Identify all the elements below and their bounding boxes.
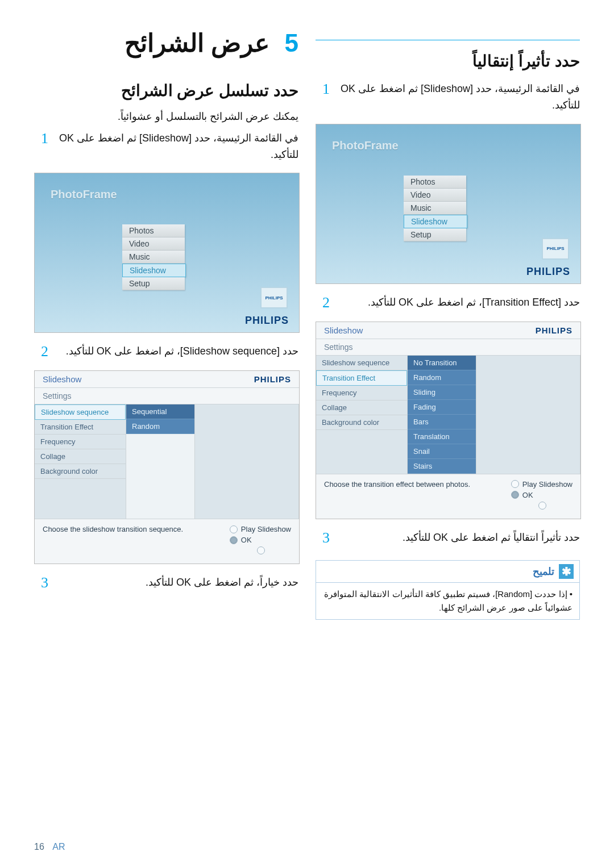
ss-cell-b-selected: Sequential [126,404,194,419]
divider [316,40,580,40]
ss-cell-b: Random [126,419,194,434]
step-number: 3 [41,574,55,591]
philips-brand: PHILIPS [526,266,570,278]
ss-col-a: Slideshow sequence Transition Effect Fre… [35,404,126,519]
pf-item-selected: Slideshow [404,215,467,228]
ss-subtitle: Settings [316,339,580,356]
ss-header: Slideshow PHILIPS [316,322,580,339]
pf-item: Music [404,202,466,215]
step-number: 2 [322,294,336,311]
philips-brand: PHILIPS [254,374,291,384]
ss-ok-row: OK [511,491,572,499]
ss-title: Slideshow [324,326,363,335]
photoframe-screenshot: PhotoFrame Photos Video Music Slideshow … [316,124,581,284]
pf-item-selected: Slideshow [122,264,186,277]
step-1: 1 في القائمة الرئيسية، حدد [Slideshow] ث… [34,130,298,163]
ss-play-row: Play Slideshow [511,480,572,489]
ss-cell: Frequency [316,386,407,400]
ss-play-row: Play Slideshow [230,525,291,533]
ss-cell-b: Translation [408,429,476,444]
chapter-title: 5 عرض الشرائح [34,28,298,59]
ss-header: Slideshow PHILIPS [35,371,299,388]
step-text: حدد [Transition Effect]، ثم اضغط على OK … [336,294,580,311]
step-number: 2 [41,343,55,360]
pf-menu: Photos Video Music Slideshow Setup [122,224,186,290]
pf-item: Setup [404,228,466,241]
ss-cell-b: Sliding [408,385,476,400]
ss-cell-b-selected: No Transition [408,356,476,370]
pf-item: Photos [404,176,466,189]
ss-col-a: Slideshow sequence Transition Effect Fre… [316,356,408,474]
step-text: في القائمة الرئيسية، حدد [Slideshow] ثم … [55,130,298,163]
ss-cell: Frequency [35,435,126,449]
tip-title: تلميح [533,565,554,578]
ss-footer: Choose the slideshow transition sequence… [35,519,299,564]
philips-brand: PHILIPS [245,315,289,327]
ss-ok-row: OK [230,536,291,544]
step-r2: 2 حدد [Transition Effect]، ثم اضغط على O… [316,294,580,311]
ss-cell: Background color [35,464,126,479]
ss-cell-b: Random [408,370,476,385]
ss-title: Slideshow [43,374,81,384]
pf-menu: Photos Video Music Slideshow Setup [404,176,467,241]
ss-cell-b: Bars [408,415,476,429]
pf-item: Video [122,237,185,251]
ss-cell-b: Snail [408,444,476,459]
chapter-number: 5 [285,29,298,57]
pf-item: Music [122,251,185,264]
photoframe-screenshot: PhotoFrame Photos Video Music Slideshow … [34,173,300,333]
lang-label: AR [52,842,65,852]
pf-item: Setup [122,277,185,290]
ss-col-b: No Transition Random Sliding Fading Bars… [408,356,476,474]
step-2: 2 حدد [Slideshow sequence]، ثم اضغط على … [34,343,298,360]
tip-box: ✱ تلميح إذا حددت [Random]، فسيتم تطبيق ك… [316,560,580,620]
page-number: 16 [34,842,44,852]
step-text: حدد تأثيراً انتقالياً ثم اضغط على OK للت… [336,529,580,546]
section-heading-sequence: حدد تسلسل عرض الشرائح [34,81,298,100]
step-number: 1 [322,81,336,98]
page-footer: 16 AR [34,842,65,852]
pf-title: PhotoFrame [332,139,399,152]
ss-cell: Transition Effect [35,420,126,435]
ss-cell: Collage [35,449,126,464]
ss-footer: Choose the transition effect between pho… [316,474,580,519]
asterisk-icon: ✱ [559,564,574,579]
ss-subtitle: Settings [35,388,299,404]
ss-cell-b: Fading [408,400,476,415]
step-number: 1 [41,130,55,147]
step-r3: 3 حدد تأثيراً انتقالياً ثم اضغط على OK ل… [316,529,580,546]
slideshow-seq-screenshot: Slideshow PHILIPS Settings Slideshow seq… [34,370,300,564]
ss-foot-text: Choose the slideshow transition sequence… [43,525,183,533]
ss-cell: Background color [316,415,407,430]
ss-cell: Collage [316,400,407,415]
ss-foot-text: Choose the transition effect between pho… [324,480,470,489]
slideshow-effect-screenshot: Slideshow PHILIPS Settings Slideshow seq… [316,322,581,519]
chapter-text: عرض الشرائح [125,29,269,57]
step-r1: 1 في القائمة الرئيسية، حدد [Slideshow] ث… [316,81,580,114]
step-number: 3 [322,529,336,546]
pf-mini-logo: PHILIPS [260,287,288,308]
section-heading-transition: حدد تأثيراً إنتقالياً [316,52,580,70]
philips-brand: PHILIPS [536,326,572,335]
ss-cell-selected: Transition Effect [316,370,407,386]
tip-body: إذا حددت [Random]، فسيتم تطبيق كافة التأ… [316,583,579,619]
ss-cell: Slideshow sequence [316,356,407,370]
step-text: في القائمة الرئيسية، حدد [Slideshow] ثم … [336,81,580,114]
pf-mini-logo: PHILIPS [542,238,569,260]
intro-text: يمكنك عرض الشرائح بالتسلسل أو عشوائياً. [34,109,298,124]
ss-cell-selected: Slideshow sequence [35,404,126,420]
step-text: حدد [Slideshow sequence]، ثم اضغط على OK… [55,343,298,360]
step-3: 3 حدد خياراً، ثم اضغط على OK للتأكيد. [34,574,298,591]
step-text: حدد خياراً، ثم اضغط على OK للتأكيد. [55,574,298,591]
pf-item: Photos [122,224,185,237]
ss-cell-b: Stairs [408,459,476,474]
pf-item: Video [404,189,466,202]
ss-col-b: Sequential Random [126,404,195,519]
pf-title: PhotoFrame [51,188,117,201]
